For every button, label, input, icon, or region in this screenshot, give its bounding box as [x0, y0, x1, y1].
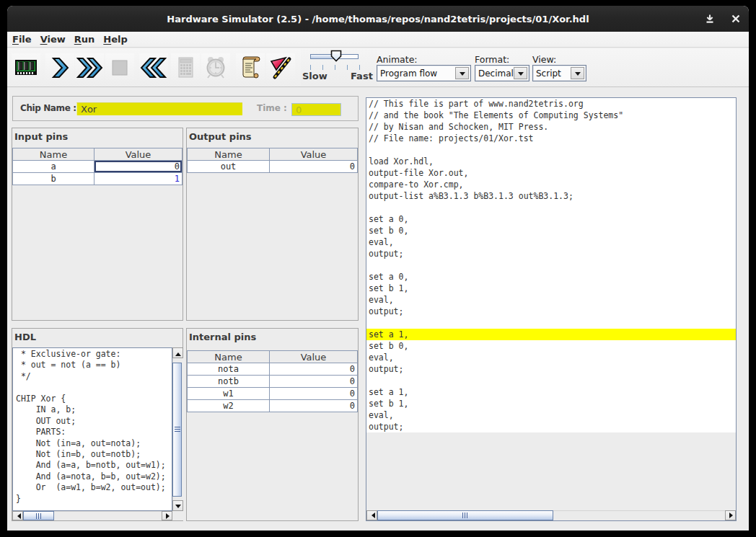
script-hscroll-thumb[interactable] [377, 510, 553, 520]
view-select[interactable]: Script [532, 65, 586, 81]
script-line[interactable]: // This file is part of www.nand2tetris.… [366, 98, 736, 110]
close-icon[interactable] [729, 12, 742, 25]
script-line[interactable] [366, 202, 736, 213]
script-line[interactable]: eval, [366, 236, 736, 248]
script-list[interactable]: // This file is part of www.nand2tetris.… [366, 98, 736, 432]
stop-button [105, 53, 134, 82]
output-pins-title: Output pins [189, 131, 252, 142]
script-line[interactable]: set b 0, [366, 340, 736, 352]
pin-value-cell[interactable]: 0 [270, 388, 358, 400]
fast-forward-icon [75, 55, 104, 81]
script-line-current[interactable]: set a 1, [366, 329, 736, 340]
scroll-up-icon[interactable] [172, 347, 183, 358]
chevron-down-icon[interactable] [571, 67, 584, 79]
chip-name-label: Chip Name : [20, 103, 76, 113]
column-header: Value [270, 351, 358, 363]
hdl-code-area[interactable]: * Exclusive-or gate: * out = not (a == b… [12, 347, 172, 511]
script-line[interactable]: eval, [366, 294, 736, 306]
rewind-icon [139, 55, 168, 81]
scroll-right-icon[interactable] [162, 511, 172, 520]
menu-run[interactable]: Run [70, 32, 100, 47]
hdl-hscroll-thumb[interactable] [23, 511, 54, 520]
script-line[interactable]: output-list a%B3.1.3 b%B3.1.3 out%B3.1.3… [366, 190, 736, 202]
scroll-left-icon[interactable] [366, 510, 377, 520]
hdl-vscroll-thumb[interactable] [172, 363, 182, 497]
script-line[interactable]: set b 1, [366, 283, 736, 294]
script-line[interactable]: // by Nisan and Schocken, MIT Press. [366, 121, 736, 133]
table-header-row: NameValue [188, 351, 358, 363]
script-line[interactable] [366, 144, 736, 156]
script-line[interactable]: output; [366, 248, 736, 259]
chip-name-field[interactable]: Xor [76, 102, 242, 115]
pin-row-b: b1 [13, 173, 183, 185]
reset-button[interactable] [139, 53, 168, 82]
script-line[interactable]: // File name: projects/01/Xor.tst [366, 133, 736, 144]
script-line[interactable]: eval, [366, 409, 736, 421]
script-line[interactable]: output-file Xor.out, [366, 167, 736, 179]
pin-value-cell[interactable]: 0 [270, 400, 358, 412]
hdl-panel: HDL * Exclusive-or gate: * out = not (a … [12, 328, 183, 521]
hdl-code-line: Not (in=b, out=notb); [13, 449, 172, 460]
format-combo-group: Format: Decimal [475, 55, 529, 81]
output-pins-table: NameValueout0 [187, 148, 358, 173]
chevron-down-icon[interactable] [455, 67, 469, 79]
script-line[interactable]: compare-to Xor.cmp, [366, 179, 736, 190]
load-chip-button[interactable] [12, 53, 40, 82]
single-step-button[interactable] [45, 53, 74, 82]
minimize-icon[interactable] [703, 12, 716, 25]
pin-value-cell[interactable]: 0 [94, 161, 183, 173]
format-select[interactable]: Decimal [475, 65, 529, 81]
slider-max-label: Fast [351, 71, 373, 81]
script-line[interactable]: output; [366, 363, 736, 375]
calculator-icon [171, 55, 200, 81]
menu-view[interactable]: View [36, 32, 70, 47]
view-combo-group: View: Script [532, 55, 586, 81]
pin-value-cell[interactable]: 0 [270, 376, 358, 388]
script-line[interactable]: output; [366, 421, 736, 432]
script-line[interactable]: set a 0, [366, 271, 736, 283]
hdl-code-line: Not (in=a, out=nota); [13, 438, 172, 449]
scroll-right-icon[interactable] [725, 510, 736, 520]
scroll-left-icon[interactable] [12, 511, 23, 520]
menu-file[interactable]: File [8, 32, 36, 47]
script-line[interactable] [366, 375, 736, 386]
column-header: Name [13, 148, 94, 161]
script-line[interactable]: set a 0, [366, 213, 736, 225]
script-line[interactable]: load Xor.hdl, [366, 156, 736, 167]
speed-slider-thumb[interactable] [330, 50, 342, 65]
speed-slider-ticks [310, 65, 360, 71]
script-line[interactable]: // and the book "The Elements of Computi… [366, 110, 736, 121]
pin-value-cell[interactable]: 0 [270, 161, 358, 173]
pin-name-cell: nota [188, 363, 270, 376]
scroll-down-icon[interactable] [172, 500, 183, 511]
script-line[interactable]: set b 1, [366, 398, 736, 409]
hdl-code-line: Or (a=w1, b=w2, out=out); [13, 482, 172, 493]
script-panel: // This file is part of www.nand2tetris.… [366, 97, 737, 521]
run-button[interactable] [75, 53, 104, 82]
hdl-code-line: IN a, b; [13, 404, 172, 415]
animate-label: Animate: [377, 55, 471, 64]
script-line[interactable]: output; [366, 306, 736, 317]
internal-pins-panel: Internal pins NameValuenota0notb0w10w20 [186, 328, 359, 521]
menu-help[interactable]: Help [99, 32, 131, 47]
script-line[interactable]: set b 0, [366, 225, 736, 236]
column-header: Name [188, 148, 270, 161]
single-step-icon [45, 55, 74, 81]
time-field: 0 [291, 103, 341, 116]
animate-select[interactable]: Program flow [377, 65, 471, 81]
script-line[interactable] [366, 259, 736, 271]
table-header-row: NameValue [188, 148, 358, 161]
hdl-code-line: PARTS: [13, 427, 172, 438]
table-header-row: NameValue [13, 148, 183, 161]
pin-value-cell[interactable]: 1 [94, 173, 183, 185]
column-header: Name [188, 351, 270, 363]
script-line[interactable]: set a 1, [366, 386, 736, 398]
breakpoints-button[interactable] [266, 53, 295, 82]
script-line[interactable] [366, 317, 736, 329]
animate-combo-group: Animate: Program flow [377, 55, 471, 81]
pin-value-cell[interactable]: 0 [270, 363, 358, 376]
stop-icon [105, 55, 134, 81]
load-script-button[interactable] [236, 53, 265, 82]
script-line[interactable]: eval, [366, 352, 736, 363]
chevron-down-icon[interactable] [514, 67, 527, 79]
